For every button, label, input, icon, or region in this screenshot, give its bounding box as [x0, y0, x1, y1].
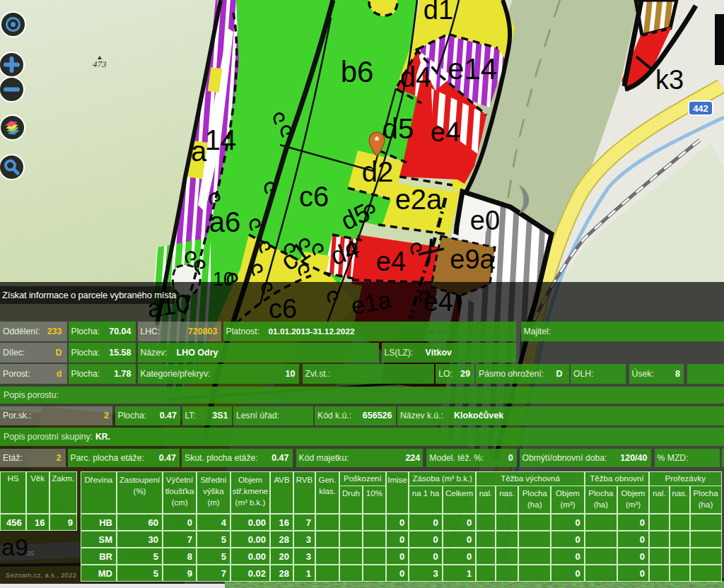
svg-text:c6: c6 — [299, 181, 329, 212]
svg-text:a6: a6 — [209, 206, 241, 237]
svg-text:473: 473 — [93, 59, 107, 69]
svg-text:14: 14 — [205, 124, 237, 155]
svg-text:k3: k3 — [655, 65, 684, 95]
svg-text:d5: d5 — [383, 113, 414, 144]
svg-text:b6: b6 — [341, 55, 374, 88]
svg-text:d1: d1 — [424, 0, 453, 25]
svg-text:e4: e4 — [376, 247, 406, 276]
svg-text:e4: e4 — [431, 117, 460, 147]
svg-text:e9a: e9a — [450, 245, 495, 274]
svg-text:d2: d2 — [362, 156, 394, 187]
svg-text:e14: e14 — [448, 52, 497, 86]
svg-text:442: 442 — [693, 103, 708, 114]
svg-text:e0: e0 — [470, 206, 500, 235]
svg-text:d4: d4 — [400, 61, 432, 93]
svg-text:e2a: e2a — [395, 184, 443, 215]
svg-text:*: * — [375, 134, 380, 148]
